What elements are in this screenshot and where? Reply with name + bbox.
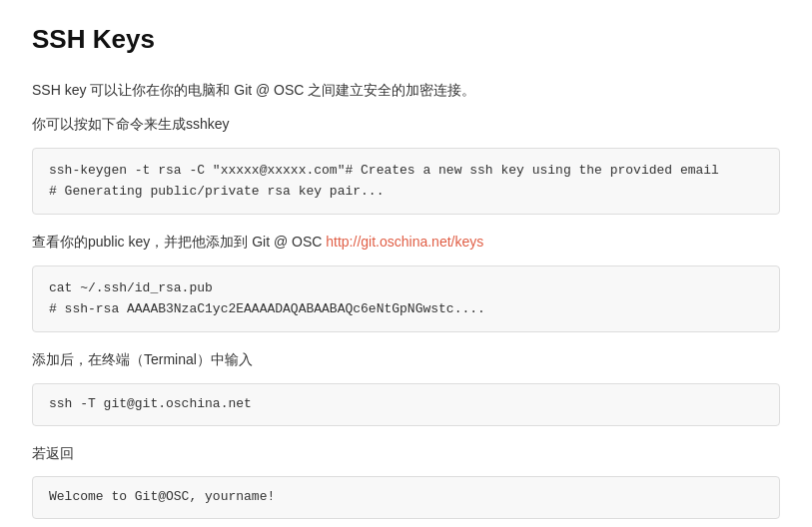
instruction-terminal: 添加后，在终端（Terminal）中输入	[32, 348, 780, 370]
code-block-cat: cat ~/.ssh/id_rsa.pub # ssh-rsa AAAAB3Nz…	[32, 265, 780, 333]
page-title: SSH Keys	[32, 24, 780, 55]
code-block-ssh-test: ssh -T git@git.oschina.net	[32, 383, 780, 426]
intro-line2: 你可以按如下命令来生成sshkey	[32, 113, 780, 135]
instruction-return: 若返回	[32, 442, 780, 464]
keys-link[interactable]: http://git.oschina.net/keys	[326, 234, 483, 250]
instruction-view-key: 查看你的public key，并把他添加到 Git @ OSC http://g…	[32, 231, 780, 253]
code-block-keygen: ssh-keygen -t rsa -C "xxxxx@xxxxx.com"# …	[32, 148, 780, 216]
code-block-welcome: Welcome to Git@OSC, yourname!	[32, 476, 780, 519]
intro-line1: SSH key 可以让你在你的电脑和 Git @ OSC 之间建立安全的加密连接…	[32, 79, 780, 101]
